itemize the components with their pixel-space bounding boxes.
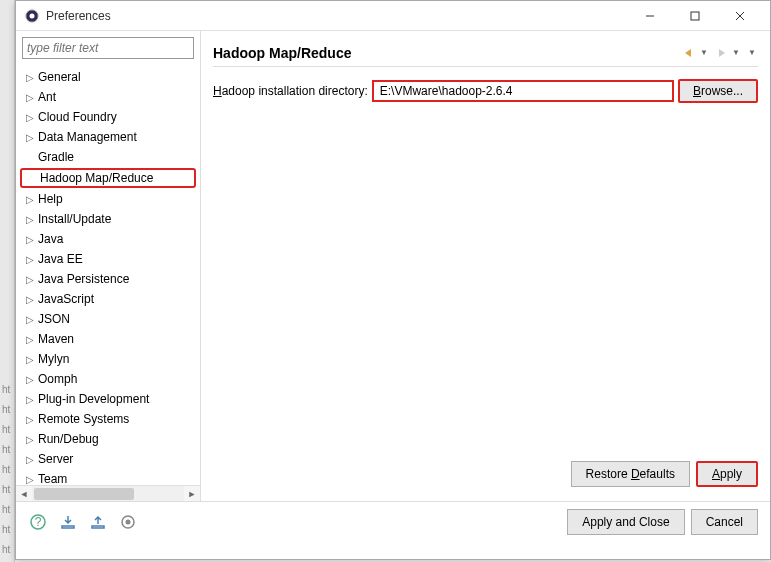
spacer [213,103,758,454]
cancel-button[interactable]: Cancel [691,509,758,535]
tree-item-label: Remote Systems [38,412,129,426]
back-dropdown-icon[interactable]: ▼ [700,48,710,57]
scroll-left-arrow[interactable]: ◄ [16,486,32,501]
expand-icon[interactable]: ▷ [26,234,38,245]
apply-button[interactable]: Apply [696,461,758,487]
expand-icon[interactable]: ▷ [26,334,38,345]
tree-item[interactable]: ▷Help [20,189,200,209]
tree-item[interactable]: ▷Java EE [20,249,200,269]
tree-item-label: General [38,70,81,84]
expand-icon[interactable]: ▷ [26,132,38,143]
expand-icon[interactable]: ▷ [26,112,38,123]
apply-and-close-button[interactable]: Apply and Close [567,509,684,535]
expand-icon[interactable]: ▷ [26,274,38,285]
tree-item[interactable]: ▷General [20,67,200,87]
minimize-button[interactable] [627,2,672,30]
maximize-button[interactable] [672,2,717,30]
tree-item-label: Mylyn [38,352,69,366]
tree-item[interactable]: ▷Java [20,229,200,249]
expand-icon[interactable]: ▷ [26,314,38,325]
expand-icon[interactable]: ▷ [26,474,38,485]
expand-icon[interactable]: ▷ [26,374,38,385]
tree-item[interactable]: ▷JavaScript [20,289,200,309]
expand-icon[interactable]: ▷ [26,394,38,405]
svg-text:?: ? [35,515,42,529]
scroll-track[interactable] [32,486,184,501]
tree-item[interactable]: Hadoop Map/Reduce [20,168,196,188]
tree-item-label: Data Management [38,130,137,144]
tree-item[interactable]: ▷Team [20,469,200,485]
scroll-thumb[interactable] [34,488,134,500]
app-icon [24,8,40,24]
help-icon[interactable]: ? [28,512,48,532]
tree-item[interactable]: ▷Cloud Foundry [20,107,200,127]
tree-item-label: Java EE [38,252,83,266]
close-button[interactable] [717,2,762,30]
editor-gutter: hththththththththt [0,0,15,562]
expand-icon[interactable]: ▷ [26,72,38,83]
page-heading: Hadoop Map/Reduce [213,45,680,61]
tree-item[interactable]: ▷Install/Update [20,209,200,229]
tree-item-label: Gradle [38,150,74,164]
menu-dropdown-icon[interactable]: ▼ [748,48,758,57]
tree-item-label: Maven [38,332,74,346]
import-icon[interactable] [58,512,78,532]
expand-icon[interactable]: ▷ [26,294,38,305]
tree-item[interactable]: ▷Java Persistence [20,269,200,289]
tree-item[interactable]: ▷Remote Systems [20,409,200,429]
tree-item[interactable]: ▷Mylyn [20,349,200,369]
tree-item-label: Java [38,232,63,246]
window-title: Preferences [46,9,627,23]
tree-item-label: Java Persistence [38,272,129,286]
forward-dropdown-icon[interactable]: ▼ [732,48,742,57]
tree-item[interactable]: ▷Ant [20,87,200,107]
filter-input[interactable] [22,37,194,59]
tree-item-label: Server [38,452,73,466]
preferences-dialog: Preferences ▷General▷Ant▷Cloud Foundry▷D… [15,0,771,560]
tree-item[interactable]: ▷Oomph [20,369,200,389]
expand-icon[interactable]: ▷ [26,414,38,425]
expand-icon[interactable]: ▷ [26,454,38,465]
footer-icons: ? [28,512,567,532]
export-icon[interactable] [88,512,108,532]
back-icon[interactable] [680,44,698,62]
tree-item[interactable]: ▷Run/Debug [20,429,200,449]
main-header: Hadoop Map/Reduce ▼ ▼ ▼ [213,39,758,67]
horizontal-scrollbar[interactable]: ◄ ► [16,485,200,501]
page-buttons: Restore Defaults Apply [213,454,758,493]
expand-icon[interactable]: ▷ [26,354,38,365]
expand-icon[interactable]: ▷ [26,92,38,103]
tree-item-label: Cloud Foundry [38,110,117,124]
browse-button[interactable]: Browse... [678,79,758,103]
tree-item-label: Install/Update [38,212,111,226]
tree-item-label: Plug-in Development [38,392,149,406]
forward-icon[interactable] [712,44,730,62]
install-dir-input[interactable] [372,80,674,102]
install-dir-row: Hadoop installation directory: Browse... [213,79,758,103]
tree-item-label: Ant [38,90,56,104]
dialog-content: ▷General▷Ant▷Cloud Foundry▷Data Manageme… [16,31,770,501]
tree-item[interactable]: ▷Server [20,449,200,469]
tree-item[interactable]: ▷Plug-in Development [20,389,200,409]
expand-icon[interactable]: ▷ [26,194,38,205]
tree-item[interactable]: ▷Data Management [20,127,200,147]
tree-item-label: JavaScript [38,292,94,306]
svg-point-1 [30,13,35,18]
main-panel: Hadoop Map/Reduce ▼ ▼ ▼ Hadoop installat… [201,31,770,501]
restore-defaults-button[interactable]: Restore Defaults [571,461,690,487]
tree-item-label: Hadoop Map/Reduce [40,171,153,185]
oomph-icon[interactable] [118,512,138,532]
tree-item[interactable]: ▷JSON [20,309,200,329]
expand-icon[interactable]: ▷ [26,434,38,445]
tree-item[interactable]: Gradle [20,147,200,167]
expand-icon[interactable]: ▷ [26,214,38,225]
scroll-right-arrow[interactable]: ► [184,486,200,501]
tree-item[interactable]: ▷Maven [20,329,200,349]
preferences-tree[interactable]: ▷General▷Ant▷Cloud Foundry▷Data Manageme… [16,65,200,485]
filter-container [16,31,200,65]
svg-point-9 [126,519,131,524]
tree-item-label: Oomph [38,372,77,386]
footer-buttons: Apply and Close Cancel [567,509,758,535]
expand-icon[interactable]: ▷ [26,254,38,265]
titlebar: Preferences [16,1,770,31]
